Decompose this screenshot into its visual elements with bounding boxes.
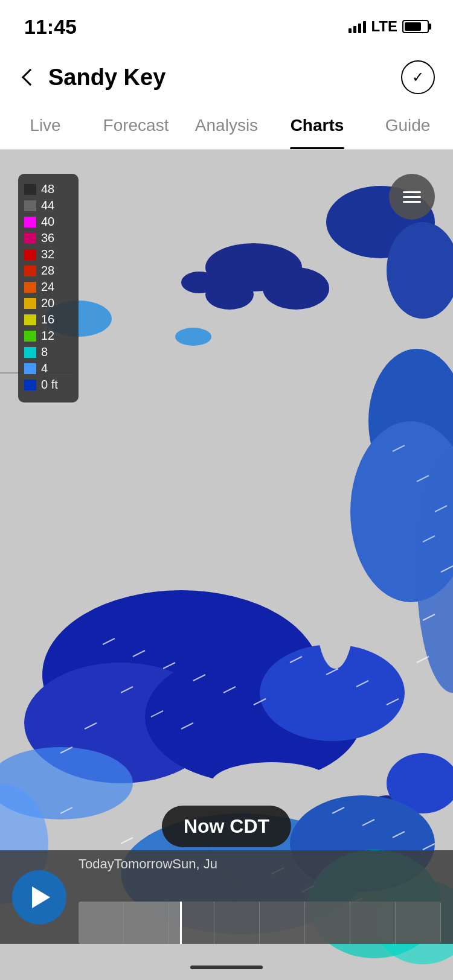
timeline-label-today: Today [79,856,114,872]
menu-line-2 [403,196,421,198]
legend-color-12 [24,331,36,342]
play-button[interactable] [12,870,66,924]
legend-color-4 [24,363,36,374]
legend-label-32: 32 [41,247,54,261]
signal-icon [349,20,366,33]
legend-label-16: 16 [41,313,54,326]
legend-item-20: 20 [24,296,72,310]
legend-label-12: 12 [41,329,54,343]
svg-point-15 [211,762,332,804]
svg-point-6 [175,328,211,346]
status-bar: 11:45 LTE [0,0,453,53]
legend-color-0 [24,380,36,390]
timeline-cursor [180,902,182,944]
legend-color-24 [24,282,36,293]
legend-label-24: 24 [41,280,54,294]
legend-color-28 [24,266,36,276]
check-button[interactable]: ✓ [401,60,435,94]
legend-color-32 [24,249,36,260]
legend-color-8 [24,347,36,358]
legend-label-4: 4 [41,361,48,375]
timeline-track[interactable]: Today Tomorrow Sun, Ju [79,850,441,944]
legend-label-28: 28 [41,264,54,278]
menu-line-1 [403,191,421,193]
page-title: Sandy Key [48,65,401,91]
svg-point-19 [317,572,353,669]
legend-item-8: 8 [24,345,72,359]
legend-label-48: 48 [41,182,54,196]
scrollbar-indicator [190,966,263,969]
legend-item-48: 48 [24,182,72,196]
legend-label-20: 20 [41,296,54,310]
menu-line-3 [403,201,421,203]
timeline-progress-bar[interactable] [79,902,441,944]
legend-item-24: 24 [24,280,72,294]
legend-item-44: 44 [24,199,72,212]
legend-label-8: 8 [41,345,48,359]
legend-item-40: 40 [24,215,72,229]
legend-item-36: 36 [24,231,72,245]
now-badge: Now CDT [162,806,291,847]
legend-label-36: 36 [41,231,54,245]
map-area[interactable]: 48 44 40 36 32 28 24 20 [0,150,453,980]
legend-color-36 [24,233,36,244]
legend-item-32: 32 [24,247,72,261]
check-icon: ✓ [412,69,424,86]
header: Sandy Key ✓ [0,53,453,101]
legend-label-0: 0 ft [41,378,58,392]
timeline-labels: Today Tomorrow Sun, Ju [79,856,441,872]
svg-point-4 [181,272,217,293]
tab-guide[interactable]: Guide [362,101,453,149]
tab-analysis[interactable]: Analysis [181,101,272,149]
back-arrow-icon [22,69,39,86]
play-icon [32,886,50,908]
legend-color-44 [24,200,36,211]
timeline-progress-fill [79,902,180,944]
status-time: 11:45 [24,15,77,39]
svg-point-2 [263,267,329,310]
legend-item-12: 12 [24,329,72,343]
nav-tabs: Live Forecast Analysis Charts Guide [0,101,453,150]
legend-color-16 [24,314,36,325]
legend-item-16: 16 [24,313,72,326]
lte-label: LTE [371,18,397,35]
timeline-label-tomorrow: Tomorrow [114,856,173,872]
tab-charts[interactable]: Charts [272,101,362,149]
tab-forecast[interactable]: Forecast [91,101,181,149]
battery-icon [402,20,429,33]
legend-item-4: 4 [24,361,72,375]
menu-lines-icon [403,191,421,203]
legend-color-40 [24,217,36,228]
status-icons: LTE [349,18,429,35]
legend-color-48 [24,184,36,195]
timeline-bar[interactable]: Today Tomorrow Sun, Ju [0,850,453,944]
menu-button[interactable] [389,174,435,220]
legend-item-28: 28 [24,264,72,278]
tab-live[interactable]: Live [0,101,91,149]
legend-item-0: 0 ft [24,378,72,392]
back-button[interactable] [18,65,42,89]
legend-label-40: 40 [41,215,54,229]
legend: 48 44 40 36 32 28 24 20 [18,174,79,402]
legend-label-44: 44 [41,199,54,212]
legend-color-20 [24,298,36,309]
timeline-label-sunday: Sun, Ju [172,856,217,872]
